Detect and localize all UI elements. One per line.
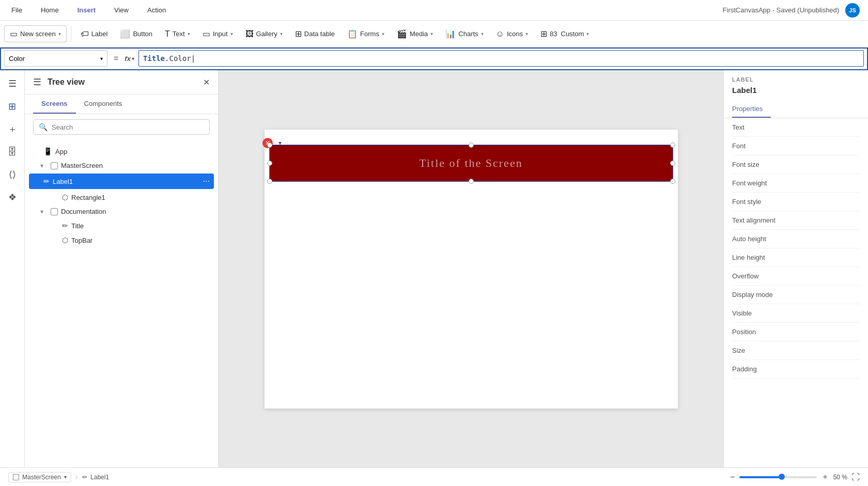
prop-label-overflow: Overflow: [732, 272, 758, 280]
tree-item-topbar[interactable]: ⬡ TopBar: [25, 233, 218, 247]
icons-button[interactable]: ☺ Icons ▾: [491, 26, 533, 42]
input-chevron: ▾: [230, 31, 233, 37]
zoom-out-button[interactable]: −: [730, 473, 735, 482]
button-button[interactable]: ⬜ Button: [115, 26, 158, 42]
tree-item-app[interactable]: 📱 App: [25, 144, 218, 159]
prop-row-padding: Padding: [732, 360, 860, 379]
menu-item-file[interactable]: File: [8, 4, 25, 16]
forms-chevron: ▾: [382, 31, 384, 37]
text-button[interactable]: T Text ▾: [160, 26, 195, 42]
handle-tm[interactable]: [469, 143, 474, 148]
formula-dot-property: .Color|: [165, 54, 195, 62]
custom-button[interactable]: ⊞ 83 Custom ▾: [535, 26, 594, 42]
hamburger-icon[interactable]: ☰: [33, 76, 41, 88]
user-avatar[interactable]: JS: [845, 3, 860, 18]
status-label-name: Label1: [90, 474, 109, 481]
input-label: Input: [213, 30, 228, 38]
tree-item-masterscreen[interactable]: ▾ MasterScreen: [25, 159, 218, 173]
charts-button[interactable]: 📊 Charts ▾: [440, 26, 488, 42]
tree-item-label1[interactable]: ✏ Label1 ···: [29, 174, 214, 189]
formula-fx-button[interactable]: fx ▾: [125, 55, 134, 62]
gallery-icon: 🖼: [245, 29, 254, 39]
zoom-slider-thumb[interactable]: [779, 474, 785, 480]
handle-tl[interactable]: [267, 143, 272, 148]
forms-button[interactable]: 📋 Forms ▾: [342, 26, 390, 42]
sidebar-icon-components[interactable]: ❖: [3, 188, 22, 207]
sidebar-icon-variables[interactable]: ⟨⟩: [3, 165, 22, 184]
media-button[interactable]: 🎬 Media ▾: [392, 26, 438, 42]
expand-button[interactable]: ⛶: [851, 473, 860, 482]
sidebar-icon-database[interactable]: 🗄: [3, 143, 22, 161]
prop-label-textalign: Text alignment: [732, 216, 776, 224]
prop-row-position: Position: [732, 323, 860, 341]
sidebar-icon-layers[interactable]: ⊞: [3, 97, 22, 116]
tab-screens[interactable]: Screens: [33, 95, 76, 114]
rect1-icon: ⬡: [62, 193, 68, 201]
topbar-label: TopBar: [71, 237, 210, 244]
tree-item-documentation[interactable]: ▾ Documentation: [25, 205, 218, 218]
zoom-value: 50 %: [833, 474, 847, 481]
menu-item-home[interactable]: Home: [38, 4, 62, 16]
sidebar-icon-add[interactable]: ＋: [3, 120, 22, 138]
tab-components[interactable]: Components: [76, 95, 131, 114]
prop-row-fontweight: Font weight: [732, 174, 860, 193]
prop-tab-properties[interactable]: Properties: [732, 101, 771, 118]
prop-title: Label1: [724, 85, 868, 101]
prop-row-fontsize: Font size: [732, 155, 860, 174]
custom-icon: ⊞: [540, 29, 547, 39]
input-button[interactable]: ▭ Input ▾: [197, 26, 238, 42]
sidebar-icons: ☰ ⊞ ＋ 🗄 ⟨⟩ ❖: [0, 70, 25, 467]
status-label-icon: ✏: [82, 474, 87, 481]
handle-bl[interactable]: [267, 179, 272, 184]
masterscreen-checkbox[interactable]: [51, 162, 58, 169]
zoom-in-button[interactable]: ＋: [821, 472, 829, 482]
masterscreen-label: MasterScreen: [61, 162, 210, 169]
handle-tr[interactable]: [670, 143, 675, 148]
data-table-button[interactable]: ⊞ Data table: [290, 26, 340, 42]
gallery-label: Gallery: [256, 30, 277, 38]
prop-label-padding: Padding: [732, 365, 757, 373]
gallery-button[interactable]: 🖼 Gallery ▾: [240, 26, 288, 42]
formula-bar: Color ▾ = fx ▾ Title.Color|: [0, 48, 868, 70]
prop-row-size: Size: [732, 341, 860, 360]
label-button[interactable]: 🏷 Label: [75, 26, 113, 42]
divider-1: [71, 26, 71, 42]
handle-mr[interactable]: [670, 161, 675, 166]
handle-ml[interactable]: [267, 161, 272, 166]
menu-item-insert[interactable]: Insert: [74, 4, 99, 16]
zoom-slider[interactable]: [739, 476, 817, 478]
zoom-slider-track: [739, 476, 782, 478]
canvas-area[interactable]: ✕ ▾ Title of the Screen: [219, 70, 723, 467]
element-chevron-button[interactable]: ▾: [275, 138, 285, 148]
prop-label-lineheight: Line height: [732, 254, 765, 261]
selected-label1[interactable]: ✕ ▾ Title of the Screen: [270, 145, 673, 181]
search-input[interactable]: [52, 123, 204, 131]
tree-close-button[interactable]: ✕: [203, 77, 210, 87]
prop-row-visible: Visible: [732, 304, 860, 323]
canvas-frame: ✕ ▾ Title of the Screen: [265, 130, 678, 409]
status-screen-tab[interactable]: MasterScreen ▾: [8, 472, 71, 482]
prop-label-position: Position: [732, 328, 756, 336]
charts-label: Charts: [458, 30, 478, 38]
property-select-chevron: ▾: [100, 56, 103, 61]
input-icon: ▭: [203, 29, 210, 39]
label1-more-button[interactable]: ···: [203, 177, 210, 186]
sidebar-icon-menu[interactable]: ☰: [3, 74, 22, 93]
new-screen-button[interactable]: ▭ New screen ▾: [4, 25, 67, 42]
handle-bm[interactable]: [469, 179, 474, 184]
prop-label-displaymode: Display mode: [732, 291, 773, 299]
menu-item-view[interactable]: View: [111, 4, 132, 16]
text-chevron: ▾: [188, 31, 190, 37]
icons-icon: ☺: [496, 29, 504, 39]
app-title: FirstCanvasApp - Saved (Unpublished): [723, 6, 839, 14]
icons-chevron: ▾: [525, 31, 528, 37]
menu-item-action[interactable]: Action: [144, 4, 169, 16]
tree-item-rectangle1[interactable]: ⬡ Rectangle1: [25, 190, 218, 205]
handle-br[interactable]: [670, 179, 675, 184]
charts-chevron: ▾: [481, 31, 484, 37]
status-screen-checkbox: [13, 474, 19, 480]
tree-item-title[interactable]: ✏ Title: [25, 218, 218, 233]
property-select[interactable]: Color ▾: [4, 50, 107, 67]
doc-checkbox[interactable]: [51, 208, 58, 215]
status-label-tab[interactable]: ✏ Label1: [82, 474, 109, 481]
